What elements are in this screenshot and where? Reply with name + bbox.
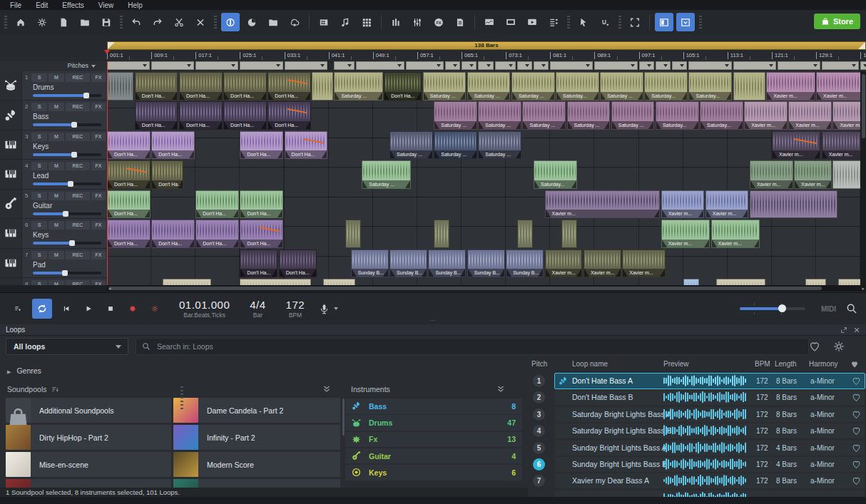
settings-button[interactable]	[33, 13, 51, 31]
clip-saturday[interactable]: Saturday ...	[423, 72, 467, 101]
arrangement-marker-button[interactable]	[10, 301, 26, 317]
track-m-button[interactable]: M	[49, 73, 64, 82]
track-volume-knob[interactable]	[63, 211, 68, 217]
cloud-import-button[interactable]	[285, 13, 304, 31]
soundpool-dame-candela-part-2[interactable]: Dame Candela - Part 2	[173, 398, 340, 423]
clip-sunday-b[interactable]: Sunday B...	[389, 250, 427, 278]
pitch-cell[interactable]	[860, 61, 866, 70]
track-fx-button[interactable]: FX	[91, 103, 106, 111]
pitch-cell[interactable]	[107, 61, 150, 70]
media-pool-button[interactable]	[264, 13, 282, 31]
track-header-drums[interactable]: 1SMRECFXDrums	[0, 71, 107, 101]
track-fx-button[interactable]: FX	[91, 251, 106, 259]
pitch-cell[interactable]	[672, 61, 687, 70]
column-header-pitch[interactable]: Pitch	[531, 358, 547, 371]
pitch-cell[interactable]	[151, 61, 194, 70]
pitch-cell[interactable]	[656, 61, 671, 70]
mixer-button[interactable]	[408, 13, 427, 31]
clip-xavier-m[interactable]: Xavier m...	[788, 101, 832, 130]
clip-saturday[interactable]: Saturday ...	[334, 72, 382, 101]
clip-don-t-ha[interactable]: Don't Ha...	[107, 160, 151, 189]
track-header-keys[interactable]: 6SMRECFXKeys	[0, 219, 107, 248]
clip-xavier-m[interactable]: Xavier m...	[705, 190, 749, 219]
play-button[interactable]	[81, 301, 96, 317]
clip-saturday[interactable]: Saturday ...	[389, 131, 433, 160]
instrument-guitar[interactable]: Guitar4	[345, 448, 522, 464]
clip-xavier-m[interactable]: Xavier m...	[750, 160, 793, 189]
pitch-cell[interactable]	[445, 61, 460, 70]
clip-xavier-m[interactable]: Xavier m...	[794, 160, 832, 189]
clip-saturday[interactable]: Saturday ...	[600, 72, 643, 101]
pitch-cell[interactable]	[534, 61, 549, 70]
clip-xavier-m[interactable]: Xavier m...	[822, 131, 866, 160]
clip-don-t-ha[interactable]: Don't Ha...	[151, 160, 183, 189]
loop-preview-waveform[interactable]	[663, 475, 748, 486]
track-volume-slider[interactable]	[33, 153, 101, 156]
track-header-keys[interactable]: 3SMRECFXKeys	[0, 130, 107, 160]
soundpool-dirty-hiphop-part-2[interactable]: Dirty HipHop - Part 2	[6, 425, 171, 450]
pitch-badge-7[interactable]: 7	[533, 475, 545, 487]
universal-tool-button[interactable]: U	[596, 13, 614, 31]
metronome-button[interactable]	[147, 301, 163, 317]
track-volume-knob[interactable]	[83, 93, 89, 98]
genres-toggle[interactable]: ▶Genres	[7, 366, 41, 375]
notation-button[interactable]	[451, 13, 469, 31]
playhead-marker[interactable]	[104, 50, 110, 54]
pitch-cell[interactable]	[240, 61, 282, 70]
track-m-button[interactable]: M	[49, 251, 64, 259]
pitch-cell[interactable]	[406, 61, 443, 70]
clip[interactable]	[561, 220, 577, 248]
instrument-bass[interactable]: Bass8	[345, 398, 522, 414]
loop-row-sunday-bright-lights-bass-a[interactable]: Sunday Bright Lights Bass A1724 Barsa-Mi…	[555, 441, 865, 456]
instrument-keys[interactable]: Keys6	[345, 465, 522, 480]
pitch-cell[interactable]	[478, 61, 493, 70]
track-m-button[interactable]: M	[49, 133, 64, 141]
clip[interactable]	[434, 220, 449, 248]
undo-button[interactable]	[127, 13, 146, 31]
clip[interactable]	[805, 279, 827, 285]
clip-xavier-m[interactable]: Xavier m...	[711, 220, 760, 248]
clip-don-t-ha[interactable]: Don't Ha...	[268, 101, 311, 130]
clip-xavier-m[interactable]: Xavier m...	[816, 72, 866, 101]
instrument-button[interactable]	[387, 13, 405, 31]
clip-saturday[interactable]: Saturday...	[688, 72, 732, 101]
track-s-button[interactable]: S	[31, 162, 47, 170]
track-volume-slider[interactable]	[33, 123, 101, 126]
track-s-button[interactable]: S	[31, 133, 47, 141]
favorite-icon[interactable]	[852, 410, 861, 419]
clip-saturday[interactable]: Saturday ...	[434, 101, 477, 130]
clip-saturday[interactable]: Saturday ...	[567, 101, 611, 130]
favorite-icon[interactable]	[852, 476, 861, 485]
sort-icon[interactable]	[51, 386, 59, 394]
clip-don-t-ha[interactable]: Don't Ha...	[107, 131, 151, 160]
favorite-icon[interactable]	[852, 443, 861, 453]
track-s-button[interactable]: S	[31, 192, 47, 200]
instrument-fx[interactable]: Fx13	[345, 432, 522, 448]
collapse-soundpools-icon[interactable]	[322, 385, 331, 394]
clip-saturday[interactable]: Saturday...	[534, 160, 577, 189]
loop-row-don-t-hate-bass-a[interactable]: Don't Hate Bass A1728 Barsa-Minor	[555, 374, 865, 389]
loop-preview-waveform[interactable]	[663, 391, 748, 403]
store-button[interactable]: Store	[814, 14, 860, 29]
object-mode-button[interactable]	[221, 13, 240, 31]
track-header-guitar[interactable]: 5SMRECFXGuitar	[0, 190, 107, 219]
toggle-bottom-panel-button[interactable]	[676, 13, 695, 31]
track-header-lead[interactable]: 4SMRECFXLead	[0, 160, 107, 189]
track-volume-slider[interactable]	[33, 212, 101, 215]
clip[interactable]	[733, 72, 765, 101]
menu-file[interactable]: File	[4, 1, 27, 9]
pointer-tool-button[interactable]	[574, 13, 593, 31]
loops-filter-dropdown[interactable]: All loops	[6, 338, 128, 355]
audio-pool-button[interactable]	[336, 13, 355, 31]
clip-xavier-m[interactable]: Xavier m...	[772, 131, 820, 160]
clip-saturday[interactable]: Saturday ...	[478, 131, 521, 160]
clip[interactable]	[345, 220, 361, 248]
clip-don-t-ha[interactable]: Don't Ha...	[135, 72, 178, 101]
loop-preview-waveform[interactable]	[663, 425, 748, 436]
clip-don-t-ha[interactable]: Don't Ha...	[223, 72, 267, 101]
clip-saturday[interactable]: Saturday...	[700, 101, 743, 130]
soundpool-mise-en-scene[interactable]: Mise-en-scene	[6, 452, 171, 477]
loops-search-box[interactable]	[136, 338, 809, 355]
loop-preview-waveform[interactable]	[663, 408, 748, 420]
track-volume-knob[interactable]	[68, 181, 73, 187]
